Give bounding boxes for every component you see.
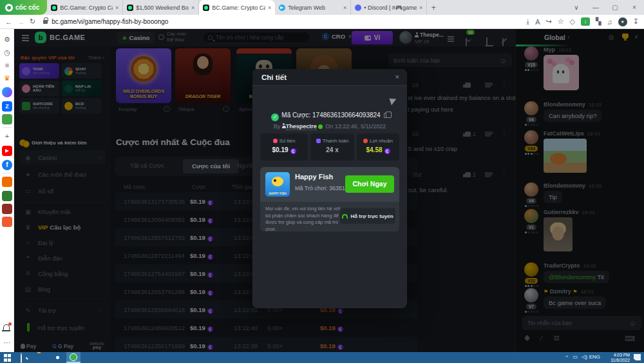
bet-code-line: ✓Mã Cược: 1748636130664093824 (252, 112, 407, 121)
screen: cốc cốc BC.Game: Crypto Casino Gan × $1,… (0, 0, 644, 363)
taskbar-search-icon[interactable] (21, 353, 29, 362)
zalo-icon[interactable]: Z (2, 101, 12, 112)
game-info-box: HAPPY FISH Happy Fish Mã Trò chơi: 36351… (260, 167, 399, 202)
bcgame-favicon (127, 5, 133, 11)
extensions-icon[interactable]: ▚ (596, 17, 601, 26)
close-window-button[interactable]: × (625, 4, 644, 11)
bet-details-modal: Chi tiết × ✓Mã Cược: 1748636130664093824… (252, 69, 407, 308)
bet-datetime: 13:22:46, 5/11/2022 (335, 123, 386, 130)
tab-close-icon[interactable]: × (115, 5, 118, 11)
bookmark-star-icon[interactable]: ☆ (558, 17, 564, 26)
tab-close-icon[interactable]: × (191, 5, 194, 11)
youtube-icon[interactable] (2, 146, 12, 156)
forward-button[interactable]: → (17, 18, 24, 26)
language-indicator[interactable]: ENG (589, 354, 600, 360)
file-explorer-icon[interactable] (37, 353, 46, 362)
action-center-icon[interactable] (634, 354, 641, 360)
new-tab-button[interactable]: + (427, 3, 440, 12)
windows-taskbar: ^ ▭ ◁) ENG 4:03 PM11/6/2022 (0, 352, 644, 363)
player-name[interactable]: Thespectre (286, 123, 317, 130)
taskbar-clock[interactable]: 4:03 PM11/6/2022 (601, 353, 630, 362)
add-shortcut-icon[interactable]: + (2, 131, 12, 141)
tab-bcgame-1[interactable]: BC.Game: Crypto Casino Gan × (47, 0, 123, 15)
download-update-icon[interactable]: ↓ (581, 17, 590, 26)
browser-address-bar: ← → ↻ bc.game/vi/game/happy-fish-by-booo… (0, 15, 644, 29)
live-support-button[interactable]: Hỗ trợ trực tuyến (340, 208, 395, 224)
notification-bell-icon[interactable] (3, 324, 10, 330)
coin-icon: ₵ (290, 148, 296, 154)
lock-icon (43, 20, 48, 24)
more-icon[interactable]: ⋯ (2, 337, 12, 348)
cards-icon (316, 139, 321, 143)
coins-icon (273, 139, 278, 143)
game-controller-icon[interactable] (2, 114, 12, 124)
tab-close-icon[interactable]: × (268, 5, 271, 11)
shopping-bag-icon[interactable] (2, 204, 12, 214)
history-icon[interactable]: ◷ (2, 47, 12, 57)
stat-payout: Thanh toán 24 x (310, 133, 354, 161)
share-icon[interactable]: ↪ (546, 17, 552, 26)
close-icon[interactable]: × (395, 73, 399, 81)
coccoc-logo-icon (5, 4, 13, 12)
messenger-icon[interactable] (2, 87, 12, 97)
start-button[interactable] (4, 353, 12, 362)
medal-icon (318, 124, 323, 129)
back-button[interactable]: ← (5, 18, 12, 26)
modal-header: Chi tiết × (252, 69, 407, 86)
verified-check-icon: ✓ (271, 113, 279, 121)
browser-side-bar: ⚙ ◷ ≡ ♛ Z + f ⋯ (0, 29, 14, 352)
facebook-icon[interactable]: f (2, 160, 12, 170)
support-note: Mọi vấn đề, xin vui lòng liên hệ với bộ … (265, 206, 341, 233)
tab-close-icon[interactable]: × (419, 5, 422, 11)
person-icon (282, 123, 286, 128)
bet-by-line: By Thespectre On 13:22:46, 5/11/2022 (252, 123, 407, 130)
url-text[interactable]: bc.game/vi/game/happy-fish-by-booongo (52, 18, 168, 25)
maximize-button[interactable]: ▢ (605, 4, 625, 11)
happy-fish-thumbnail[interactable]: HAPPY FISH (265, 172, 290, 197)
minimize-button[interactable]: — (586, 4, 605, 11)
downloads-tray-icon[interactable]: ↧ (633, 17, 639, 26)
share-icon[interactable] (390, 97, 398, 106)
bcgame-favicon (203, 5, 209, 11)
gift-icon[interactable] (2, 191, 12, 201)
divider (3, 173, 12, 173)
media-icon[interactable]: ♫ (607, 18, 612, 26)
tab-telegram[interactable]: Telegram Web × (275, 0, 351, 15)
tray-expand-icon[interactable]: ^ (565, 354, 568, 360)
browser-menu-button[interactable]: cốc cốc (0, 0, 47, 15)
telegram-favicon (279, 5, 285, 11)
headset-icon (342, 214, 348, 219)
fish-art (272, 177, 283, 186)
crown-icon[interactable]: ♛ (2, 73, 12, 83)
adblock-shield-icon[interactable]: ◇ (570, 17, 575, 26)
reading-list-icon[interactable]: ≡ (2, 60, 12, 70)
browser-tab-strip: cốc cốc BC.Game: Crypto Casino Gan × $1,… (0, 0, 644, 15)
cart-icon[interactable] (2, 217, 12, 227)
coccoc-icon (70, 353, 77, 361)
translate-icon[interactable]: A (535, 18, 540, 26)
bcgame-favicon (51, 5, 57, 11)
stat-profit: Lợi nhuận $4.58₵ (357, 133, 399, 161)
stat-amount: Số tiền $0.19₵ (260, 133, 308, 161)
gear-icon[interactable]: ⚙ (2, 34, 12, 44)
chrome-icon[interactable] (53, 353, 62, 362)
play-now-button[interactable]: Chơi Ngay (345, 175, 394, 193)
speaker-icon[interactable]: ◁) (582, 354, 587, 360)
url-box[interactable]: bc.game/vi/game/happy-fish-by-booongo (41, 17, 521, 27)
copy-icon[interactable] (384, 113, 388, 118)
profile-avatar[interactable]: ● (618, 17, 627, 26)
browser-brand-label: cốc cốc (15, 4, 39, 11)
profit-icon (363, 139, 368, 143)
tiki-icon[interactable] (2, 177, 12, 187)
tab-search-icon[interactable]: ∨ (567, 4, 586, 11)
support-note-box: Mọi vấn đề, xin vui lòng liên hệ với bộ … (260, 202, 399, 231)
coccoc-taskbar-active[interactable] (66, 352, 80, 363)
modal-title: Chi tiết (261, 74, 287, 81)
save-page-icon[interactable]: ⤓ (526, 17, 529, 26)
tab-booongo[interactable]: $1,500 Weekend Booongo M × (123, 0, 199, 15)
tab-bcgame-active[interactable]: BC.Game: Crypto Casino Gan × (199, 0, 275, 15)
tab-discord[interactable]: • Discord | #🎮games | BC G × (351, 0, 427, 15)
tab-close-icon[interactable]: × (343, 5, 346, 11)
reload-button[interactable]: ↻ (30, 17, 35, 26)
network-icon[interactable]: ▭ (573, 354, 578, 360)
